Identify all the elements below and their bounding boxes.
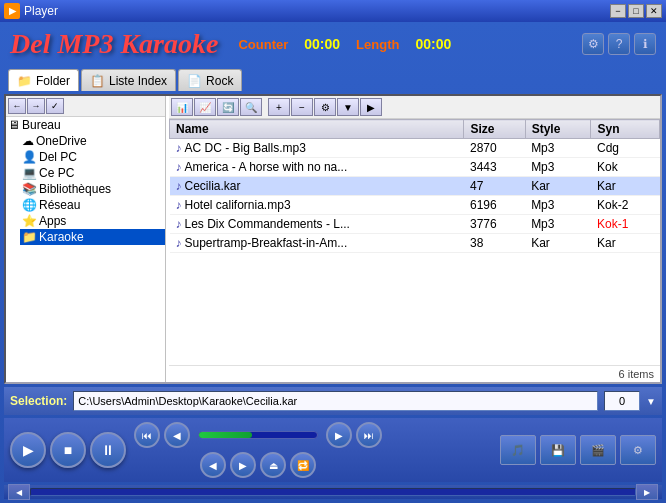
list-refresh-button[interactable]: 🔄 [217,98,239,116]
controls-bar: ▶ ■ ⏸ ⏮ ◀ ▶ ⏭ ◀ ▶ ⏏ 🔁 🎵 [4,418,662,482]
counter-value: 00:00 [304,36,340,52]
table-row[interactable]: ♪Supertramp-Breakfast-in-Am... 38 Kar Ka… [170,234,660,253]
list-toolbar: 📊 📈 🔄 🔍 + − ⚙ ▼ ▶ [169,96,660,119]
col-size[interactable]: Size [464,120,525,139]
transport-group: ▶ ■ ⏸ [10,432,126,468]
onedrive-icon: ☁ [22,134,34,148]
length-label: Length [356,37,399,52]
tree-node-apps[interactable]: ⭐ Apps [20,213,165,229]
file-style-cell: Mp3 [525,139,591,158]
prev2-button[interactable]: ◀ [200,452,226,478]
pause-button[interactable]: ⏸ [90,432,126,468]
list-remove-button[interactable]: − [291,98,313,116]
list-bar-chart-icon[interactable]: 📊 [171,98,193,116]
content-area: ← → ✓ 🖥 Bureau ☁ OneDrive 👤 Del PC � [4,94,662,384]
table-row[interactable]: ♪Cecilia.kar 47 Kar Kar [170,177,660,196]
tree-node-karaoke[interactable]: 📁 Karaoke [20,229,165,245]
list-add-button[interactable]: + [268,98,290,116]
file-table: Name Size Style Syn ♪AC DC - Big Balls.m… [169,119,660,365]
progress-bar[interactable] [198,431,318,439]
tree-node-onedrive[interactable]: ☁ OneDrive [20,133,165,149]
file-style-cell: Mp3 [525,158,591,177]
apps-label: Apps [39,214,66,228]
list-filter-button[interactable]: ▼ [337,98,359,116]
file-name-cell: ♪AC DC - Big Balls.mp3 [170,139,464,158]
list-settings-button[interactable]: ⚙ [314,98,336,116]
cepc-label: Ce PC [39,166,74,180]
tree-indent-group: ☁ OneDrive 👤 Del PC 💻 Ce PC 📚 Bibliothèq… [6,133,165,245]
tab-rock[interactable]: 📄 Rock [178,69,242,91]
reseau-icon: 🌐 [22,198,37,212]
tree-confirm-button[interactable]: ✓ [46,98,64,114]
minimize-button[interactable]: − [610,4,626,18]
selection-bar: Selection: 0 ▼ [4,387,662,415]
prev-button[interactable]: ◀ [164,422,190,448]
table-row[interactable]: ♪AC DC - Big Balls.mp3 2870 Mp3 Cdg [170,139,660,158]
next2-button[interactable]: ▶ [230,452,256,478]
scroll-left-button[interactable]: ◀ [8,484,30,500]
tree-node-bureau[interactable]: 🖥 Bureau [6,117,165,133]
karaoke-label: Karaoke [39,230,84,244]
file-style-cell: Mp3 [525,215,591,234]
list-search-button[interactable]: 🔍 [240,98,262,116]
app-icon: ▶ [4,3,20,19]
table-row[interactable]: ♪Hotel california.mp3 6196 Mp3 Kok-2 [170,196,660,215]
tree-back-button[interactable]: ← [8,98,26,114]
table-row[interactable]: ♪Les Dix Commandements - L... 3776 Mp3 K… [170,215,660,234]
app-title: Del MP3 Karaoke [10,28,218,60]
header-bar: Del MP3 Karaoke Counter 00:00 Length 00:… [4,26,662,62]
close-button[interactable]: ✕ [646,4,662,18]
next-track-button[interactable]: ⏭ [356,422,382,448]
file-name-cell: ♪Supertramp-Breakfast-in-Am... [170,234,464,253]
col-style[interactable]: Style [525,120,591,139]
right-btn-2[interactable]: 💾 [540,435,576,465]
play-button[interactable]: ▶ [10,432,46,468]
maximize-button[interactable]: □ [628,4,644,18]
right-btn-1[interactable]: 🎵 [500,435,536,465]
right-btn-3[interactable]: 🎬 [580,435,616,465]
onedrive-label: OneDrive [36,134,87,148]
title-bar-text: Player [24,4,610,18]
tree-node-bibliotheques[interactable]: 📚 Bibliothèques [20,181,165,197]
progress-fill [199,432,252,438]
help-button[interactable]: ? [608,33,630,55]
right-btn-4[interactable]: ⚙ [620,435,656,465]
apps-icon: ⭐ [22,214,37,228]
bibl-label: Bibliothèques [39,182,111,196]
tab-folder-icon: 📁 [17,74,32,88]
list-play-button[interactable]: ▶ [360,98,382,116]
stop-button[interactable]: ■ [50,432,86,468]
file-syn-cell: Kar [591,177,660,196]
table-row[interactable]: ♪America - A horse with no na... 3443 Mp… [170,158,660,177]
col-syn[interactable]: Syn [591,120,660,139]
header-icons: ⚙ ? ℹ [582,33,656,55]
bottom-scrollbar[interactable]: ◀ ▶ [4,485,662,499]
gear-button[interactable]: ⚙ [582,33,604,55]
list-graph-icon[interactable]: 📈 [194,98,216,116]
tree-forward-button[interactable]: → [27,98,45,114]
scroll-right-button[interactable]: ▶ [636,484,658,500]
selection-label: Selection: [10,394,67,408]
bureau-label: Bureau [22,118,61,132]
file-size-cell: 2870 [464,139,525,158]
tab-folder-label: Folder [36,74,70,88]
karaoke-icon: 📁 [22,230,37,244]
extra-btn1[interactable]: ⏏ [260,452,286,478]
file-name-cell: ♪Cecilia.kar [170,177,464,196]
tree-node-reseau[interactable]: 🌐 Réseau [20,197,165,213]
tree-node-delpc[interactable]: 👤 Del PC [20,149,165,165]
next-button[interactable]: ▶ [326,422,352,448]
tab-folder[interactable]: 📁 Folder [8,69,79,91]
selection-arrow-down[interactable]: ▼ [646,396,656,407]
extra-btn2[interactable]: 🔁 [290,452,316,478]
col-name[interactable]: Name [170,120,464,139]
prev-track-button[interactable]: ⏮ [134,422,160,448]
selection-input[interactable] [73,391,598,411]
file-syn-cell: Kok [591,158,660,177]
scroll-track[interactable] [30,488,636,496]
title-bar-controls: − □ ✕ [610,4,662,18]
file-size-cell: 3443 [464,158,525,177]
tree-node-cepc[interactable]: 💻 Ce PC [20,165,165,181]
info-button[interactable]: ℹ [634,33,656,55]
tab-liste-index[interactable]: 📋 Liste Index [81,69,176,91]
